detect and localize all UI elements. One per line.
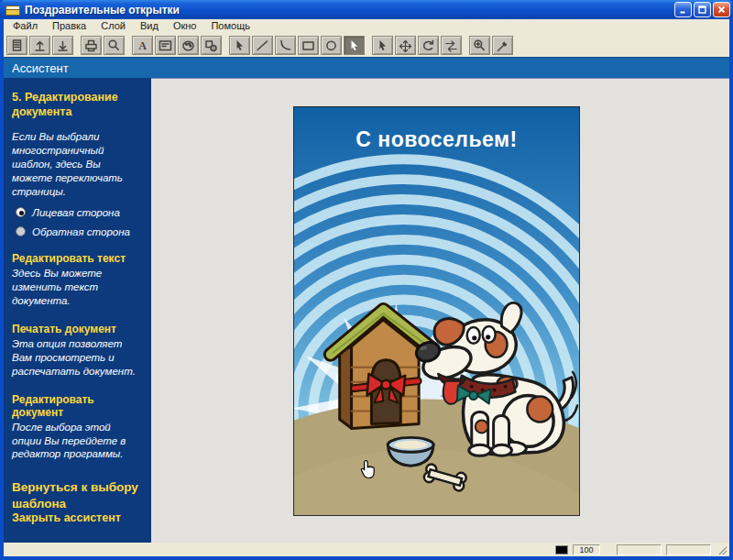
rotate-icon (421, 38, 436, 52)
edit-text-desc: Здесь Вы можете изменить текст документа… (12, 267, 143, 308)
palette-button[interactable] (178, 36, 199, 55)
toolbar: A (4, 33, 729, 57)
menu-layer[interactable]: Слой (93, 20, 133, 31)
select-tool-button[interactable] (229, 36, 250, 55)
radio-back-label: Обратная сторона (32, 226, 130, 237)
close-assistant-link[interactable]: Закрыть ассистент (12, 511, 143, 524)
line-tool-button[interactable] (252, 36, 273, 55)
radio-front-label: Лицевая сторона (32, 207, 120, 218)
print-document-link[interactable]: Печатать документ (12, 323, 143, 335)
node-select-icon (346, 38, 362, 52)
export-down-icon (55, 38, 71, 52)
palette-icon (181, 38, 196, 52)
edit-text-link[interactable]: Редактировать текст (12, 252, 143, 265)
radio-back-side[interactable]: Обратная сторона (16, 226, 143, 237)
resize-grip[interactable] (716, 544, 728, 555)
picker-tool-button[interactable] (492, 36, 513, 55)
menu-help[interactable]: Помощь (203, 20, 257, 31)
app-icon (5, 4, 20, 16)
frame-tool-icon (158, 38, 173, 52)
title-bar: Поздравительные открытки (0, 0, 733, 19)
assistant-header: Ассистент (4, 57, 729, 78)
print-icon (83, 38, 99, 52)
zoom-in-icon (472, 38, 487, 52)
app-window: Поздравительные открытки Файл Правка Сло… (0, 0, 733, 560)
assistant-title: Ассистент (12, 61, 69, 75)
zoom-in-button[interactable] (469, 36, 490, 55)
preview-icon (106, 38, 122, 52)
menu-bar: Файл Правка Слой Вид Окно Помощь (4, 19, 729, 33)
menu-window[interactable]: Окно (166, 20, 204, 31)
pointer-tool-button[interactable] (372, 36, 393, 55)
edit-document-desc: После выбора этой опции Вы перейдете в р… (12, 421, 143, 462)
pointer-icon (375, 38, 390, 52)
assistant-sidebar: 5. Редактирование документа Если Вы выбр… (4, 78, 151, 543)
clipart-icon (203, 38, 219, 52)
text-tool-icon: A (135, 38, 150, 52)
line-tool-icon (255, 38, 270, 52)
print-document-desc: Эта опция позволяет Вам просмотреть и ра… (12, 337, 143, 379)
document-list-button[interactable] (6, 36, 27, 55)
status-bar: 100 (4, 543, 729, 556)
rectangle-tool-icon (301, 38, 316, 52)
menu-edit[interactable]: Правка (45, 20, 93, 31)
rectangle-tool-button[interactable] (298, 36, 319, 55)
radio-selected-icon (16, 207, 26, 217)
maximize-button[interactable] (694, 2, 711, 17)
flip-icon (443, 38, 459, 52)
rotate-tool-button[interactable] (418, 36, 439, 55)
radio-front-side[interactable]: Лицевая сторона (16, 207, 143, 218)
color-swatch[interactable] (555, 545, 568, 555)
menu-file[interactable]: Файл (5, 20, 45, 31)
radio-unselected-icon (16, 226, 26, 236)
picker-icon (495, 38, 510, 52)
import-button[interactable] (29, 36, 50, 55)
preview-button[interactable] (104, 36, 125, 55)
status-panel-1 (617, 544, 662, 555)
text-tool-button[interactable]: A (132, 36, 153, 55)
edit-document-link[interactable]: Редактировать документ (12, 393, 143, 419)
card-artwork (294, 107, 579, 515)
document-list-icon (9, 38, 25, 52)
move-tool-button[interactable] (395, 36, 416, 55)
menu-view[interactable]: Вид (133, 20, 166, 31)
clipart-button[interactable] (201, 36, 222, 55)
minimize-button[interactable] (674, 2, 692, 17)
greeting-card-preview[interactable]: С новосельем! (293, 106, 580, 516)
node-select-tool-button[interactable] (344, 36, 365, 55)
svg-text:A: A (138, 39, 147, 52)
frame-tool-button[interactable] (155, 36, 176, 55)
select-arrow-icon (232, 38, 247, 52)
document-canvas[interactable]: С новосельем! (151, 78, 729, 543)
zoom-level-field[interactable]: 100 (573, 544, 600, 555)
close-button[interactable] (713, 2, 730, 17)
print-button[interactable] (81, 36, 102, 55)
status-panel-2 (666, 544, 711, 555)
curve-tool-icon (278, 38, 293, 52)
step-description: Если Вы выбрали многостраничный шаблон, … (12, 130, 143, 199)
import-up-icon (32, 38, 48, 52)
back-to-templates-link[interactable]: Вернуться к выбору шаблона (12, 479, 143, 511)
step-heading: 5. Редактирование документа (12, 91, 143, 119)
window-title: Поздравительные открытки (25, 4, 673, 16)
flip-tool-button[interactable] (441, 36, 462, 55)
hand-cursor-icon (360, 459, 377, 479)
curve-tool-button[interactable] (275, 36, 296, 55)
export-button[interactable] (52, 36, 73, 55)
bowl (388, 437, 433, 466)
card-greeting-text[interactable]: С новосельем! (294, 127, 579, 152)
ellipse-tool-icon (323, 38, 339, 52)
ellipse-tool-button[interactable] (321, 36, 342, 55)
move-icon (398, 38, 413, 52)
